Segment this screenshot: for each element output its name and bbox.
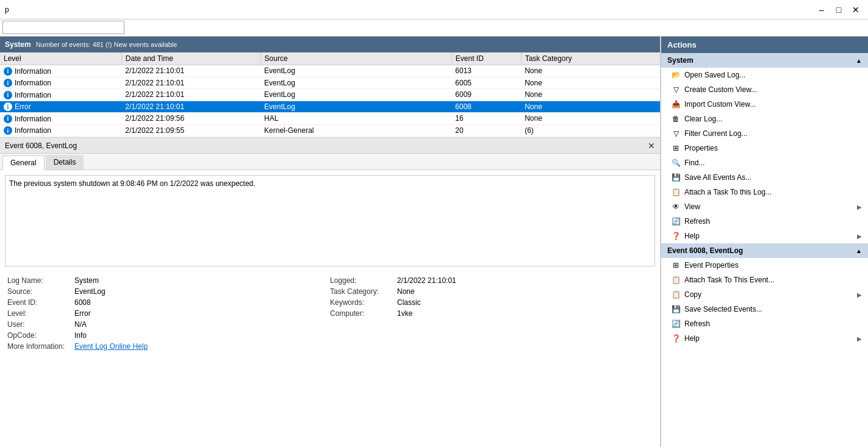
tab-details[interactable]: Details (46, 155, 84, 170)
taskcategory-cell: None (521, 101, 660, 113)
action-item-label: Properties (684, 144, 862, 152)
action-item-label: Refresh (684, 217, 862, 226)
eventid-cell: 6009 (451, 89, 521, 101)
meta-event-id-value: 6008 (74, 298, 91, 307)
meta-user-label: User: (7, 320, 74, 329)
action-item[interactable]: 📥Import Custom View... (661, 97, 868, 112)
action-item[interactable]: 🔄Refresh (661, 214, 868, 229)
info-icon: i (4, 126, 12, 135)
meta-level-value: Error (74, 309, 91, 318)
find-icon: 🔍 (671, 158, 681, 168)
maximize-button[interactable]: □ (831, 4, 846, 16)
table-row[interactable]: i Error 2/1/2022 21:10:01 EventLog 6008 … (0, 101, 660, 113)
col-datetime-header[interactable]: Date and Time (121, 52, 260, 65)
meta-opcode-value: Info (74, 331, 87, 340)
minimize-button[interactable]: – (814, 4, 829, 16)
event-log-header: System Number of events: 481 (!) New eve… (0, 37, 660, 52)
action-item[interactable]: 👁View▶ (661, 199, 868, 214)
tab-general[interactable]: General (2, 156, 45, 170)
action-item[interactable]: ▽Create Custom View... (661, 82, 868, 97)
info-icon: i (4, 67, 12, 76)
table-row[interactable]: i Information 2/1/2022 21:10:01 EventLog… (0, 89, 660, 101)
event-log-online-help-link[interactable]: Event Log Online Help (74, 342, 148, 351)
taskcategory-cell: (6) (521, 124, 660, 137)
event-section-header[interactable]: Event 6008, EventLog ▲ (661, 243, 868, 258)
source-cell: EventLog (260, 65, 451, 77)
meta-log-name-value: System (74, 276, 99, 285)
system-section-chevron: ▲ (856, 57, 862, 64)
datetime-cell: 2/1/2022 21:10:01 (121, 89, 260, 101)
action-item[interactable]: ▽Filter Current Log... (661, 126, 868, 141)
event-section-label: Event 6008, EventLog (667, 246, 743, 255)
event-message-box: The previous system shutdown at 9:08:46 … (5, 175, 655, 266)
action-item[interactable]: 💾Save All Events As... (661, 170, 868, 185)
level-text: Information (15, 67, 51, 76)
eventid-cell: 6008 (451, 101, 521, 113)
action-item[interactable]: 📂Open Saved Log... (661, 68, 868, 82)
action-item[interactable]: 📋Attach Task To This Event... (661, 273, 868, 287)
system-section-header[interactable]: System ▲ (661, 53, 868, 68)
search-input[interactable] (2, 21, 124, 34)
taskcategory-cell: None (521, 77, 660, 89)
clear-icon: 🗑 (671, 114, 681, 124)
meta-level-label: Level: (7, 309, 74, 318)
event-list-container[interactable]: Level Date and Time Source Event ID Task… (0, 52, 660, 138)
level-text: Information (15, 115, 51, 123)
action-item-label: Open Saved Log... (684, 71, 862, 79)
table-row[interactable]: i Information 2/1/2022 21:09:56 HAL 16 N… (0, 113, 660, 125)
meta-log-name-label: Log Name: (7, 276, 74, 285)
action-item[interactable]: 🔄Refresh (661, 316, 868, 331)
help2-icon: ❓ (671, 334, 681, 343)
close-button[interactable]: ✕ (848, 4, 863, 16)
table-row[interactable]: i Information 2/1/2022 21:10:01 EventLog… (0, 77, 660, 89)
attach-task-icon: 📋 (671, 275, 681, 285)
main-layout: System Number of events: 481 (!) New eve… (0, 37, 868, 447)
meta-keywords: Keywords: Classic (330, 297, 653, 308)
system-section-label: System (667, 56, 694, 65)
meta-logged-value: 2/1/2022 21:10:01 (397, 276, 456, 285)
action-item[interactable]: ⊞Properties (661, 141, 868, 156)
actions-header: Actions (661, 37, 868, 53)
task-icon: 📋 (671, 187, 681, 197)
eventid-cell: 16 (451, 113, 521, 125)
action-item[interactable]: ❓Help▶ (661, 331, 868, 346)
event-section-chevron: ▲ (856, 248, 862, 254)
event-detail-panel: Event 6008, EventLog ✕ General Details T… (0, 138, 660, 447)
meta-source-value: EventLog (74, 287, 106, 296)
action-item-label: Refresh (684, 320, 862, 328)
col-source-header[interactable]: Source (260, 52, 451, 65)
action-item-label: Attach Task To This Event... (684, 276, 862, 284)
event-detail-close-button[interactable]: ✕ (648, 141, 655, 151)
event-detail-title: Event 6008, EventLog (5, 141, 77, 150)
action-item-label: Attach a Task To this Log... (684, 188, 862, 196)
event-actions: ⊞Event Properties📋Attach Task To This Ev… (661, 258, 868, 346)
action-item-label: Import Custom View... (684, 100, 862, 109)
table-row[interactable]: i Information 2/1/2022 21:10:01 EventLog… (0, 65, 660, 77)
action-item[interactable]: 📋Copy▶ (661, 287, 868, 302)
eventid-cell: 6005 (451, 77, 521, 89)
col-eventid-header[interactable]: Event ID (451, 52, 521, 65)
meta-keywords-value: Classic (397, 298, 421, 307)
col-level-header[interactable]: Level (0, 52, 121, 65)
table-row[interactable]: i Information 2/1/2022 21:09:55 Kernel-G… (0, 124, 660, 137)
action-item-label: Create Custom View... (684, 85, 862, 94)
meta-opcode-label: OpCode: (7, 331, 74, 340)
event-detail-tabs: General Details (0, 154, 660, 170)
action-item[interactable]: ⊞Event Properties (661, 258, 868, 273)
level-text: Information (15, 91, 51, 99)
action-item-label: Copy (684, 290, 853, 299)
action-item[interactable]: 📋Attach a Task To this Log... (661, 185, 868, 199)
save-events-icon: 💾 (671, 304, 681, 314)
meta-level: Level: Error (7, 308, 330, 319)
col-taskcategory-header[interactable]: Task Category (521, 52, 660, 65)
action-item[interactable]: ❓Help▶ (661, 229, 868, 243)
action-item[interactable]: 💾Save Selected Events... (661, 302, 868, 316)
datetime-cell: 2/1/2022 21:10:01 (121, 77, 260, 89)
help-icon: ❓ (671, 231, 681, 241)
event-detail-header: Event 6008, EventLog ✕ (0, 138, 660, 154)
action-item[interactable]: 🔍Find... (661, 156, 868, 170)
action-item-label: Help (684, 232, 853, 240)
action-item[interactable]: 🗑Clear Log... (661, 112, 868, 126)
meta-event-id: Event ID: 6008 (7, 297, 330, 308)
meta-logged: Logged: 2/1/2022 21:10:01 (330, 275, 653, 286)
